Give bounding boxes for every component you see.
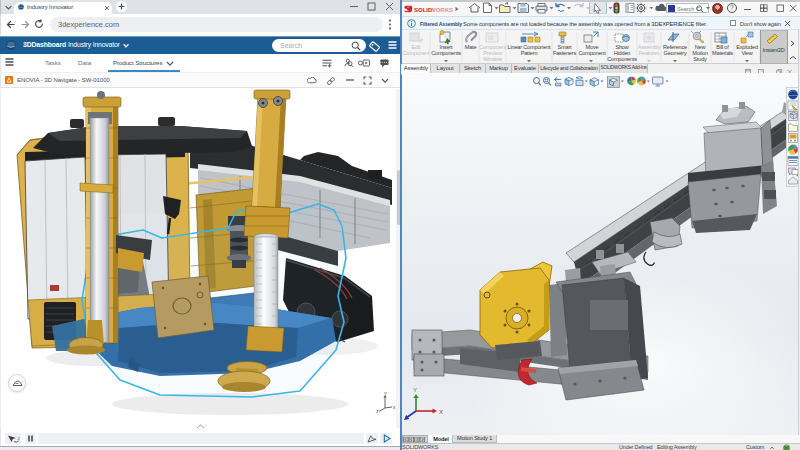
svg-text:x: x: [393, 405, 396, 410]
svg-text:2: 2: [18, 435, 21, 440]
svg-text:y: y: [384, 391, 387, 396]
svg-text:Y: Y: [413, 387, 417, 393]
svg-text:z: z: [376, 409, 379, 413]
svg-text:X: X: [439, 409, 443, 415]
svg-text:WORKS: WORKS: [430, 7, 453, 13]
